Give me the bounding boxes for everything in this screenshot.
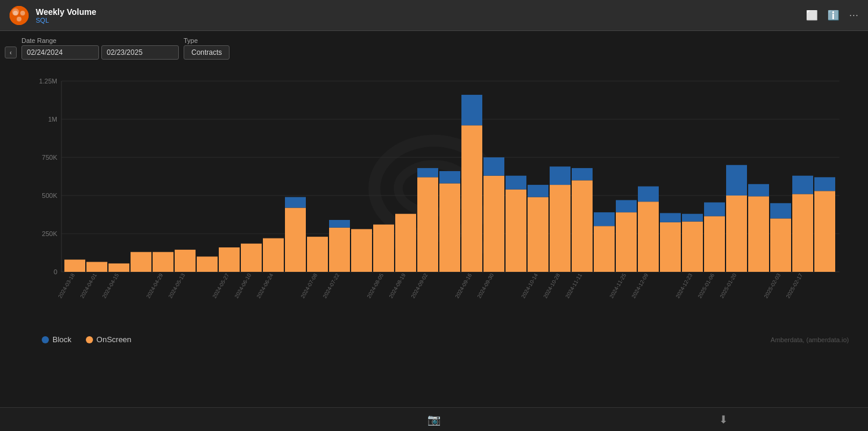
- x-label: 2024-05-13: [168, 272, 187, 299]
- svg-point-1: [13, 11, 18, 15]
- svg-text:250K: 250K: [42, 230, 57, 237]
- x-label: 2024-07-22: [322, 272, 341, 299]
- bar-onscreen: [660, 222, 681, 272]
- bar-onscreen: [770, 218, 791, 272]
- bar-block: [726, 165, 747, 196]
- bar-block: [329, 220, 350, 228]
- block-legend-dot: [42, 336, 49, 343]
- date-start-input[interactable]: [21, 45, 99, 60]
- x-label: 2024-04-15: [101, 272, 120, 299]
- bar-onscreen: [64, 260, 85, 272]
- x-label: 2024-10-28: [542, 272, 562, 299]
- bottom-section-center[interactable]: 📷: [289, 413, 578, 426]
- x-label: 2024-03-18: [57, 272, 76, 299]
- bar-onscreen: [572, 180, 593, 272]
- svg-text:500K: 500K: [42, 192, 57, 199]
- app-subtitle: SQL: [36, 17, 96, 24]
- bar-onscreen: [86, 262, 107, 272]
- chart-legend: Block OnScreen Amberdata, (amberdata.io): [0, 330, 868, 349]
- controls-bar: ‹ Date Range Type Contracts: [0, 31, 868, 63]
- bar-onscreen: [131, 252, 151, 272]
- type-group: Type Contracts: [184, 37, 230, 60]
- svg-point-3: [17, 17, 21, 21]
- bar-block: [660, 213, 681, 222]
- bar-onscreen: [792, 194, 813, 272]
- x-label: 2024-04-29: [145, 272, 165, 299]
- bar-block: [483, 157, 504, 176]
- bar-onscreen: [351, 229, 372, 272]
- bottom-bar: 📷 ⬇: [0, 407, 868, 431]
- x-label: 2024-06-10: [234, 272, 253, 299]
- collapse-button[interactable]: ‹: [5, 46, 17, 58]
- svg-text:750K: 750K: [42, 154, 57, 161]
- bar-block: [814, 177, 835, 191]
- bottom-section-right[interactable]: ⬇: [579, 413, 868, 426]
- bar-onscreen: [704, 216, 725, 272]
- more-icon[interactable]: ⋯: [849, 10, 858, 21]
- bar-block: [638, 187, 659, 202]
- bar-onscreen: [682, 222, 703, 272]
- bar-onscreen: [175, 250, 196, 272]
- x-label: 2024-08-19: [388, 272, 407, 299]
- app-title: Weekly Volume: [36, 7, 96, 17]
- bar-onscreen: [417, 177, 438, 272]
- x-label: 2024-11-11: [565, 272, 584, 299]
- bar-block: [439, 171, 460, 183]
- x-label: 2024-09-02: [410, 272, 429, 299]
- bar-block: [704, 203, 725, 216]
- x-label: 2025-02-03: [763, 272, 782, 299]
- svg-text:1.25M: 1.25M: [39, 77, 57, 85]
- legend-onscreen: OnScreen: [86, 335, 132, 344]
- chart-section: 1.25M 1M 750K 500K 250K 0 2024-03-182024…: [0, 63, 868, 328]
- bar-block: [748, 184, 769, 196]
- bar-block: [572, 168, 593, 180]
- bar-block: [528, 185, 548, 197]
- bar-onscreen: [197, 256, 218, 272]
- info-icon[interactable]: ℹ️: [827, 10, 839, 21]
- camera-icon[interactable]: 📷: [427, 413, 441, 426]
- bar-onscreen: [748, 196, 769, 272]
- download-icon[interactable]: ⬇: [719, 413, 728, 426]
- bookmark-icon[interactable]: ⬜: [806, 10, 818, 21]
- bar-onscreen: [616, 212, 637, 272]
- bar-block: [285, 197, 306, 208]
- bar-chart: 1.25M 1M 750K 500K 250K 0 2024-03-182024…: [0, 69, 868, 325]
- svg-text:0: 0: [54, 268, 57, 275]
- x-label: 2024-06-24: [256, 272, 275, 299]
- bar-onscreen: [814, 191, 835, 272]
- x-label: 2024-12-23: [675, 272, 694, 299]
- bar-onscreen: [307, 237, 328, 272]
- x-label: 2024-09-16: [454, 272, 473, 299]
- x-label: 2024-09-30: [476, 272, 495, 299]
- bar-block: [616, 200, 637, 212]
- header-icons: ⬜ ℹ️ ⋯: [806, 10, 858, 21]
- date-range-label: Date Range: [21, 37, 179, 44]
- bar-onscreen: [108, 263, 129, 272]
- svg-text:1M: 1M: [48, 116, 57, 123]
- bar-block: [594, 212, 615, 226]
- x-label: 2024-10-14: [520, 272, 540, 299]
- x-label: 2024-04-01: [79, 272, 98, 299]
- type-badge[interactable]: Contracts: [184, 45, 230, 60]
- bar-block: [682, 214, 703, 222]
- bar-onscreen: [638, 201, 659, 272]
- onscreen-legend-dot: [86, 336, 93, 343]
- x-label: 2024-12-09: [631, 272, 650, 299]
- date-end-input[interactable]: [101, 45, 179, 60]
- bar-onscreen: [395, 214, 416, 272]
- x-label: 2025-02-17: [785, 272, 804, 299]
- bar-onscreen: [329, 228, 350, 272]
- x-label: 2025-01-06: [697, 272, 716, 299]
- x-label: 2025-01-20: [719, 272, 738, 299]
- bar-onscreen: [439, 184, 460, 272]
- bar-block: [506, 176, 526, 190]
- svg-point-0: [10, 6, 29, 25]
- bar-block: [792, 176, 813, 194]
- bar-onscreen: [461, 125, 482, 272]
- bar-block: [770, 203, 791, 219]
- bar-onscreen: [241, 244, 262, 272]
- bar-onscreen: [550, 185, 571, 272]
- bar-block: [417, 168, 438, 177]
- x-label: 2024-11-25: [609, 272, 628, 299]
- bar-onscreen: [483, 176, 504, 272]
